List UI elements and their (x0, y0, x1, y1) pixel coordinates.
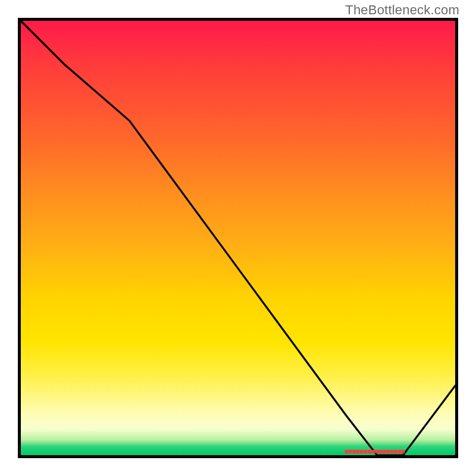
chart-plot-area (18, 18, 458, 458)
watermark-label: TheBottleneck.com (345, 2, 459, 18)
chart-stage: TheBottleneck.com (0, 0, 476, 476)
